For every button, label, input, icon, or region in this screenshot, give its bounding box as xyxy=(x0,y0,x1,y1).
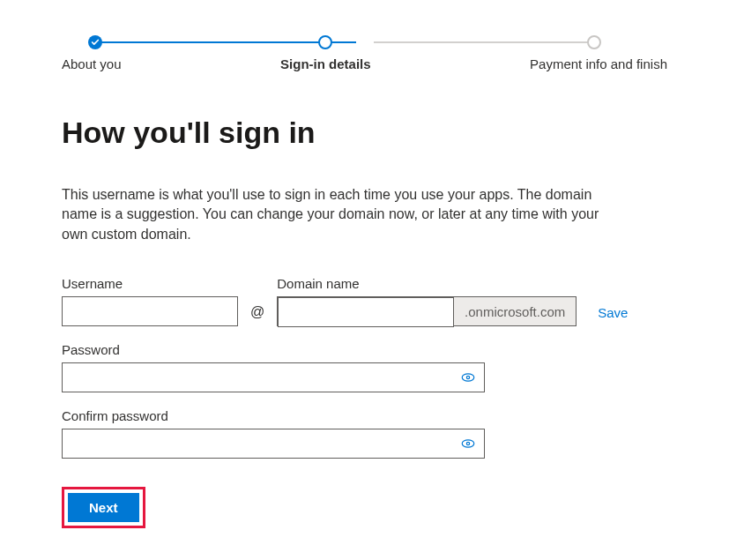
svg-point-2 xyxy=(462,440,474,447)
step-label: Sign-in details xyxy=(280,56,371,71)
confirm-password-label: Confirm password xyxy=(62,408,667,423)
svg-point-0 xyxy=(462,374,474,381)
confirm-password-input-wrap xyxy=(62,429,485,459)
checkmark-icon xyxy=(88,35,102,49)
step-circle-active xyxy=(318,35,332,49)
page-description: This username is what you'll use to sign… xyxy=(62,185,626,244)
domain-input[interactable] xyxy=(278,297,454,327)
username-field-group: Username xyxy=(62,276,238,326)
password-field-group: Password xyxy=(62,342,667,392)
step-circle-pending xyxy=(587,35,601,49)
confirm-password-field-group: Confirm password xyxy=(62,408,667,459)
username-label: Username xyxy=(62,276,238,291)
password-label: Password xyxy=(62,342,667,357)
domain-label: Domain name xyxy=(277,276,577,291)
username-input[interactable] xyxy=(62,296,238,326)
at-symbol: @ xyxy=(250,304,264,326)
svg-point-1 xyxy=(466,377,469,379)
svg-point-3 xyxy=(466,443,469,445)
username-domain-row: Username @ Domain name .onmicrosoft.com … xyxy=(62,276,667,326)
password-input-wrap xyxy=(62,362,485,392)
step-label: Payment info and finish xyxy=(530,56,667,71)
domain-suffix: .onmicrosoft.com xyxy=(454,297,576,325)
page-title: How you'll sign in xyxy=(62,116,667,150)
domain-field-group: Domain name .onmicrosoft.com xyxy=(277,276,577,326)
save-link[interactable]: Save xyxy=(598,305,628,326)
next-button[interactable]: Next xyxy=(68,493,139,522)
step-about-you: About you xyxy=(62,35,122,71)
step-sign-in-details: Sign-in details xyxy=(280,35,371,71)
progress-stepper: About you Sign-in details Payment info a… xyxy=(62,35,667,71)
confirm-password-input[interactable] xyxy=(62,429,485,459)
next-button-highlight: Next xyxy=(62,487,145,528)
eye-icon[interactable] xyxy=(460,436,476,452)
domain-input-wrap: .onmicrosoft.com xyxy=(277,296,577,326)
step-payment-info: Payment info and finish xyxy=(530,35,667,71)
eye-icon[interactable] xyxy=(460,370,476,385)
step-label: About you xyxy=(62,56,122,71)
password-input[interactable] xyxy=(62,362,485,392)
